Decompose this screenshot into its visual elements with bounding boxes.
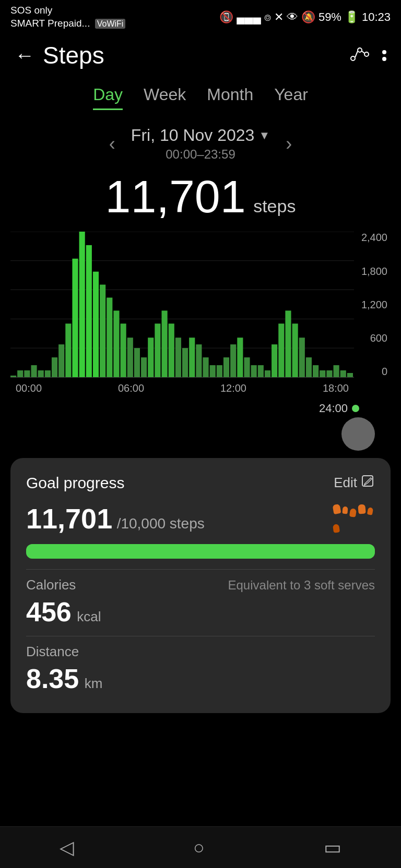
svg-rect-57 [326,370,332,377]
tab-day[interactable]: Day [93,85,123,110]
more-menu-button[interactable] [382,50,386,61]
svg-rect-37 [189,338,195,378]
back-button[interactable]: ← [15,44,34,67]
date-label[interactable]: Fri, 10 Nov 2023 ▼ [131,126,270,145]
svg-rect-24 [100,285,105,377]
calories-header: Calories 456 kcal Equivalent to 3 soft s… [26,577,375,628]
prev-date-button[interactable]: ‹ [109,133,115,155]
svg-rect-18 [58,345,64,378]
svg-point-0 [351,56,355,61]
svg-rect-25 [107,298,112,377]
date-navigation: ‹ Fri, 10 Nov 2023 ▼ 00:00–23:59 › [0,115,401,165]
time-end-label: 24:00 [319,402,348,415]
signal-icon: 📵 [219,10,233,24]
date-dropdown-icon: ▼ [258,129,270,142]
next-date-button[interactable]: › [286,133,292,155]
edit-button[interactable]: Edit [334,474,375,492]
svg-point-1 [358,48,362,52]
tab-year[interactable]: Year [274,85,308,110]
calories-note: Equivalent to 3 soft serves [228,578,375,593]
tab-week[interactable]: Week [144,85,186,110]
svg-rect-35 [175,338,181,378]
tab-month[interactable]: Month [207,85,253,110]
nav-back-button[interactable]: ◁ [60,837,74,859]
svg-rect-31 [148,338,154,378]
svg-line-4 [362,51,364,53]
svg-rect-36 [182,348,188,378]
svg-rect-40 [210,365,216,377]
clock: 10:23 [362,10,391,24]
calories-row: Calories 456 kcal Equivalent to 3 soft s… [26,577,375,628]
y-label-600: 600 [370,332,387,344]
svg-rect-13 [24,370,30,377]
calories-unit: kcal [77,609,101,624]
chart-scrubber [0,417,401,451]
goal-card-header: Goal progress Edit [26,474,375,492]
svg-rect-15 [38,370,44,377]
divider-2 [26,636,375,636]
goal-progress-bar-bg [26,544,375,559]
app-title: Steps [43,41,104,69]
svg-rect-43 [230,345,236,378]
svg-rect-23 [93,272,99,377]
svg-rect-44 [237,338,243,378]
svg-rect-21 [79,232,85,377]
distance-value-row: 8.35 km [26,663,375,694]
svg-rect-26 [113,311,119,378]
divider-1 [26,569,375,570]
svg-rect-27 [121,324,126,378]
svg-rect-42 [223,358,229,378]
signal-bars: ▄▄▄ [237,10,261,24]
time-dot [352,405,359,412]
svg-rect-59 [340,370,346,377]
distance-row: Distance 8.35 km [26,644,375,694]
svg-rect-39 [203,358,208,378]
carrier-info: SOS only SMART Prepaid... VoWiFi [10,4,125,30]
chart-svg [10,232,354,377]
x-icon: ✕ [274,10,284,24]
status-bar: SOS only SMART Prepaid... VoWiFi 📵 ▄▄▄ ⌾… [0,0,401,32]
graph-icon[interactable] [350,46,370,65]
footsteps-icon [333,504,375,533]
svg-rect-56 [320,370,325,377]
steps-count: 11,701 [105,171,246,222]
chart-bars-area[interactable] [10,232,354,378]
svg-rect-16 [45,370,51,377]
x-label-0600: 06:00 [118,382,144,394]
chart-y-labels: 2,400 1,800 1,200 600 0 [354,232,391,378]
svg-rect-50 [278,324,284,378]
goal-title: Goal progress [26,474,124,492]
svg-rect-41 [217,365,222,377]
calories-info: Calories 456 kcal [26,577,101,628]
y-label-1800: 1,800 [361,266,387,278]
scrubber-thumb[interactable] [341,417,375,451]
steps-display: 11,701 steps [0,165,401,232]
eye-icon: 👁 [287,10,298,24]
distance-value: 8.35 [26,664,79,694]
bell-icon: 🔕 [301,10,315,24]
svg-point-2 [364,52,369,56]
battery-icon: 🔋 [345,10,359,24]
svg-rect-38 [196,345,202,378]
svg-rect-20 [72,259,78,377]
distance-label: Distance [26,644,375,660]
x-label-0000: 00:00 [16,382,42,394]
nav-recents-button[interactable]: ▭ [324,837,341,859]
calories-value: 456 [26,597,72,627]
svg-rect-47 [258,365,264,377]
navigation-bar: ◁ ○ ▭ [0,826,401,868]
svg-rect-45 [244,358,250,378]
time-indicator: 24:00 [0,402,401,415]
svg-rect-53 [299,338,305,378]
svg-rect-17 [52,358,57,378]
y-label-1200: 1,200 [361,299,387,311]
date-display: Fri, 10 Nov 2023 ▼ 00:00–23:59 [131,126,270,162]
svg-rect-30 [141,358,147,378]
wifi-icon: ⌾ [264,10,271,24]
nav-home-button[interactable]: ○ [193,837,205,859]
calories-value-row: 456 kcal [26,596,101,628]
svg-rect-32 [155,324,160,378]
chart-x-labels: 00:00 06:00 12:00 18:00 [10,378,354,399]
goal-progress-card: Goal progress Edit 11,701 /10,000 steps [10,458,391,713]
steps-actual: 11,701 [26,503,112,534]
